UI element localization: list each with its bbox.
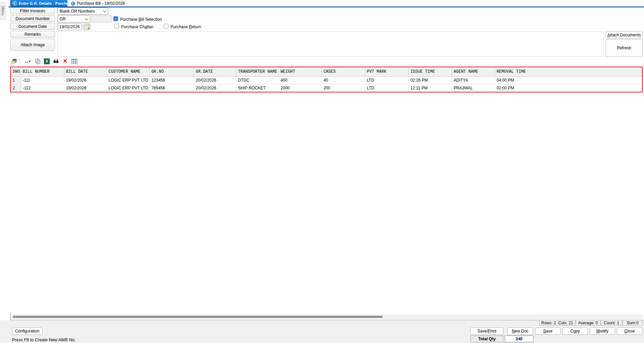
status-count: Count: 1 bbox=[601, 320, 622, 326]
purchase-challan-label: Purchase Challan bbox=[121, 24, 154, 29]
document-date-label: Document Date bbox=[10, 23, 55, 30]
column-header-weight[interactable]: WEIGHT bbox=[279, 67, 322, 76]
tab-title: Purchase Bill - 19/02/2026 ... bbox=[77, 1, 127, 6]
modify-button[interactable]: Modify bbox=[590, 327, 615, 335]
column-header-cases[interactable]: CASES bbox=[322, 67, 365, 76]
column-header-customer-name[interactable]: CUSTOMER NAME bbox=[107, 67, 149, 76]
cell-agent-name[interactable]: ADITYA bbox=[452, 76, 495, 84]
filter-invoices-value: Blank GR Numbers bbox=[60, 9, 95, 14]
grid-header-row: SNO. BILL NUMBER BILL DATE CUSTOMER NAME… bbox=[11, 67, 642, 76]
cell-gr-date[interactable]: 20/02/2026 bbox=[194, 84, 236, 92]
excel-export-icon[interactable]: X bbox=[44, 58, 50, 64]
delete-row-icon[interactable]: ✕ bbox=[62, 58, 68, 64]
chevron-down-icon bbox=[85, 17, 88, 20]
cell-bill-date[interactable]: 19/02/2026 bbox=[64, 84, 107, 92]
cell-weight[interactable]: 400 bbox=[279, 76, 322, 84]
tab-purchase-bill[interactable]: L Purchase Bill - 19/02/2026 ... bbox=[68, 0, 127, 6]
status-sum: Sum:0 bbox=[623, 320, 643, 326]
document-date-input[interactable] bbox=[57, 23, 82, 30]
close-button[interactable]: Close bbox=[617, 327, 642, 335]
cell-removal-time[interactable]: 02:00 PM bbox=[495, 84, 642, 92]
column-header-bill-number[interactable]: BILL NUMBER bbox=[21, 67, 64, 76]
copy-button[interactable]: Copy bbox=[562, 327, 588, 335]
column-header-transporter-name[interactable]: TRANSPORTER NAME bbox=[236, 67, 279, 76]
cell-weight[interactable]: 2000 bbox=[279, 84, 322, 92]
column-header-gr-date[interactable]: GR.DATE bbox=[194, 67, 236, 76]
cell-transporter-name[interactable]: SHIP ROCKET bbox=[236, 84, 279, 92]
purchase-bill-selection-checkbox[interactable]: ✓ bbox=[113, 16, 118, 21]
cell-bill-number[interactable]: -111 bbox=[21, 76, 64, 84]
cell-customer-name[interactable]: LOGIC ERP PVT LTD bbox=[107, 84, 149, 92]
grid-columns-icon[interactable] bbox=[71, 58, 78, 64]
save-button[interactable]: Save bbox=[535, 327, 561, 335]
cell-pvt-mark[interactable]: LTD bbox=[365, 76, 408, 84]
cell-gr-no[interactable]: 789456 bbox=[149, 84, 194, 92]
cell-bill-date[interactable]: 19/02/2026 bbox=[64, 76, 107, 84]
cell-agent-name[interactable]: PRAJWAL bbox=[452, 84, 495, 92]
purchase-return-checkbox[interactable] bbox=[164, 24, 168, 29]
cell-sno[interactable]: 2 bbox=[11, 84, 21, 92]
toolbar-separator bbox=[20, 58, 20, 64]
copy-icon[interactable] bbox=[34, 58, 41, 64]
tab-enter-gr-details[interactable]: L Enter G.R. Details - Purchase ✕ bbox=[10, 0, 67, 6]
logic-erp-logo-icon: L bbox=[13, 1, 17, 5]
logic-erp-logo-icon: L bbox=[71, 1, 75, 6]
tab-bar: L Enter G.R. Details - Purchase ✕ L Purc… bbox=[0, 0, 644, 6]
chevron-down-icon bbox=[103, 9, 107, 12]
check-icon: ✓ bbox=[114, 17, 117, 21]
grid-toolbar: ↔ ▾ X ✕ bbox=[11, 57, 78, 65]
document-number-label: Document Number bbox=[10, 15, 55, 22]
document-number-secondary-field bbox=[91, 15, 112, 22]
attach-image-button[interactable]: Attach Image bbox=[10, 39, 55, 51]
attach-documents-button[interactable]: Attach Documents bbox=[606, 31, 643, 38]
cell-issue-time[interactable]: 12:11 PM bbox=[408, 84, 452, 92]
menu-label: Menu bbox=[1, 6, 5, 16]
purchase-challan-checkbox[interactable] bbox=[114, 24, 119, 29]
cell-gr-date[interactable]: 20/02/2026 bbox=[194, 76, 236, 84]
print-icon[interactable] bbox=[11, 58, 17, 64]
cell-removal-time[interactable]: 04:00 PM bbox=[495, 76, 642, 84]
column-header-pvt-mark[interactable]: PVT MARK bbox=[365, 67, 408, 76]
gr-details-grid: SNO. BILL NUMBER BILL DATE CUSTOMER NAME… bbox=[10, 67, 643, 92]
cell-issue-time[interactable]: 02:26 PM bbox=[408, 76, 452, 84]
new-doc-button[interactable]: New Doc bbox=[507, 327, 533, 335]
f6-hint-text: Press F6 to Create New AWB No. bbox=[12, 338, 76, 342]
column-header-issue-time[interactable]: ISSUE TIME bbox=[408, 67, 452, 76]
menu-sidebar-tab[interactable]: Menu bbox=[0, 2, 5, 20]
scrollbar-thumb[interactable] bbox=[13, 316, 383, 318]
cell-cases[interactable]: 200 bbox=[322, 84, 365, 92]
remarks-label: Remarks bbox=[10, 31, 55, 38]
status-average: Average: 0 bbox=[576, 320, 600, 326]
status-rows-cols: Rows: 2 Cols: 21 bbox=[539, 320, 575, 326]
save-print-button[interactable]: Save/Print bbox=[470, 327, 503, 335]
configuration-button[interactable]: Configuration bbox=[12, 327, 43, 335]
cell-pvt-mark[interactable]: LTD bbox=[365, 84, 408, 92]
table-row: 2 -112 19/02/2026 LOGIC ERP PVT LTD 7894… bbox=[11, 84, 642, 92]
calendar-button[interactable] bbox=[83, 23, 91, 30]
cell-transporter-name[interactable]: DTDC bbox=[236, 76, 279, 84]
total-qty-label: Total Qty bbox=[470, 336, 503, 342]
document-number-value: GR bbox=[60, 17, 66, 21]
column-header-agent-name[interactable]: AGENT NAME bbox=[452, 67, 495, 76]
purchase-bill-selection-label: Purchase Bill Selection bbox=[120, 17, 162, 22]
column-width-icon[interactable]: ↔ ▾ bbox=[23, 58, 32, 64]
tab-title: Enter G.R. Details - Purchase bbox=[19, 1, 67, 5]
cell-sno[interactable]: 1 bbox=[11, 76, 21, 84]
horizontal-scrollbar[interactable] bbox=[11, 314, 643, 319]
find-icon[interactable] bbox=[53, 58, 59, 64]
column-header-removal-time[interactable]: REMOVAL TIME bbox=[495, 67, 642, 76]
filter-invoices-dropdown[interactable]: Blank GR Numbers bbox=[57, 7, 108, 15]
purchase-return-label: Purchase Return bbox=[171, 24, 201, 29]
column-header-gr-no[interactable]: GR.NO bbox=[149, 67, 194, 76]
column-header-sno[interactable]: SNO. bbox=[11, 67, 21, 76]
refresh-button[interactable]: Refresh bbox=[606, 39, 643, 57]
column-header-bill-date[interactable]: BILL DATE bbox=[64, 67, 107, 76]
cell-gr-no[interactable]: 123456 bbox=[149, 76, 194, 84]
remarks-input[interactable] bbox=[57, 31, 604, 57]
table-row: 1 -111 19/02/2026 LOGIC ERP PVT LTD 1234… bbox=[11, 76, 642, 84]
filter-invoices-label: Filter Invoices bbox=[10, 7, 55, 14]
cell-customer-name[interactable]: LOGIC ERP PVT LTD bbox=[107, 76, 149, 84]
cell-bill-number[interactable]: -112 bbox=[21, 84, 64, 92]
cell-cases[interactable]: 40 bbox=[322, 76, 365, 84]
document-number-dropdown[interactable]: GR bbox=[57, 15, 90, 22]
